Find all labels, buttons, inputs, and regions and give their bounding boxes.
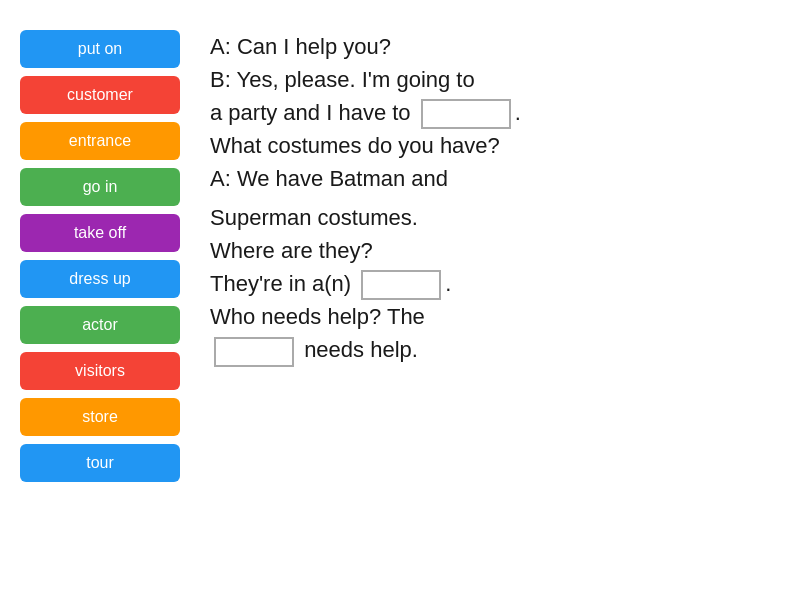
word-btn-entrance[interactable]: entrance: [20, 122, 180, 160]
dialogue-text: A: Can I help you? B: Yes, please. I'm g…: [210, 30, 780, 373]
word-btn-actor[interactable]: actor: [20, 306, 180, 344]
word-btn-put-on[interactable]: put on: [20, 30, 180, 68]
blank-3[interactable]: [214, 337, 294, 367]
blank-2[interactable]: [361, 270, 441, 300]
line-8-text: They're in a(n): [210, 271, 351, 296]
line-9: Who needs help? The: [210, 304, 425, 329]
word-bank: put oncustomerentrancego intake offdress…: [20, 30, 180, 482]
line-2: B: Yes, please. I'm going to: [210, 67, 475, 92]
line-5: A: We have Batman and: [210, 166, 448, 191]
word-btn-go-in[interactable]: go in: [20, 168, 180, 206]
line-1: A: Can I help you?: [210, 34, 391, 59]
blank-1[interactable]: [421, 99, 511, 129]
word-btn-take-off[interactable]: take off: [20, 214, 180, 252]
word-btn-store[interactable]: store: [20, 398, 180, 436]
word-btn-tour[interactable]: tour: [20, 444, 180, 482]
line-3-end: .: [515, 100, 521, 125]
line-7: Where are they?: [210, 238, 373, 263]
word-btn-dress-up[interactable]: dress up: [20, 260, 180, 298]
line-8-end: .: [445, 271, 451, 296]
line-10-end: needs help.: [304, 337, 418, 362]
line-4: What costumes do you have?: [210, 133, 500, 158]
line-6: Superman costumes.: [210, 205, 418, 230]
word-btn-customer[interactable]: customer: [20, 76, 180, 114]
word-btn-visitors[interactable]: visitors: [20, 352, 180, 390]
line-3-text: a party and I have to: [210, 100, 411, 125]
